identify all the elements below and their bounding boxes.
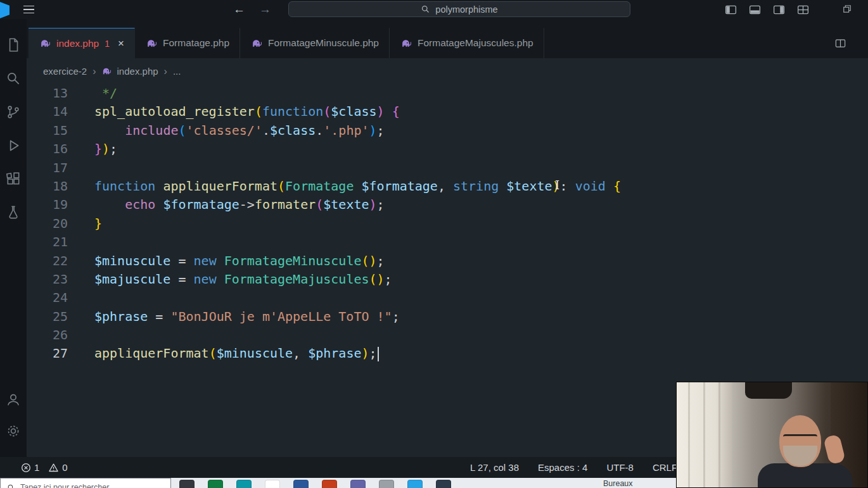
line-number: 22 [27,252,68,270]
settings-gear-icon[interactable] [5,423,22,439]
taskbar-app-icon[interactable] [322,480,337,488]
tab-formatagemajuscules-php[interactable]: FormatageMajuscules.php [390,28,544,58]
php-file-icon [401,38,412,49]
taskbar-icons [179,480,451,488]
warning-icon [48,463,59,473]
webcam-overlay[interactable] [676,382,868,488]
breadcrumb-folder[interactable]: exercice-2 [43,66,87,77]
toggle-panel-icon[interactable] [748,3,762,16]
taskbar-app-icon[interactable] [436,480,451,488]
line-number: 23 [27,270,68,289]
taskbar-app-icon[interactable] [293,480,309,488]
webcam-blind [688,382,690,488]
code-line[interactable]: 25$phrase = "BonJOuR je m'AppeLLe ToTO !… [27,308,868,326]
toggle-sidebar-icon[interactable] [724,3,737,16]
search-value: polymorphisme [435,4,497,15]
breadcrumb: exercice-2 › index.php › ... [27,58,868,84]
line-number: 19 [27,196,68,214]
code-line[interactable]: 22$minuscule = new FormatageMinuscule(); [27,252,868,270]
vscode-window: ← → polymorphisme [0,0,868,488]
command-center-search[interactable]: polymorphisme [288,1,630,17]
warning-count: 0 [62,462,67,473]
chevron-right-icon: › [93,66,96,77]
code-line[interactable]: 13 */ [27,84,868,103]
line-number: 20 [27,215,68,233]
tab-label: FormatageMajuscules.php [418,37,533,49]
cursor-position[interactable]: L 27, col 38 [470,462,519,473]
taskbar-app-icon[interactable] [236,480,252,488]
tab-formatage-php[interactable]: Formatage.php [135,28,240,58]
eol-setting[interactable]: CRLF [653,462,677,473]
webcam-mic-arm [745,382,792,399]
code-line[interactable]: 16}); [27,140,868,158]
webcam-blind [718,382,720,488]
window-restore-icon[interactable] [843,4,852,13]
tab-label: index.php [56,38,99,49]
line-number: 13 [27,84,68,103]
tab-label: FormatageMinuscule.php [268,37,379,49]
line-number: 26 [27,326,68,344]
search-icon [7,484,15,488]
encoding-setting[interactable]: UTF-8 [606,462,634,473]
taskbar-app-icon[interactable] [208,480,223,488]
forward-arrow-icon[interactable]: → [259,3,271,16]
close-icon[interactable]: × [118,38,124,49]
search-icon[interactable] [5,70,22,87]
indentation-setting[interactable]: Espaces : 4 [538,462,587,473]
code-line[interactable]: 21 [27,233,868,251]
extensions-icon[interactable] [5,171,22,187]
code-line[interactable]: 17 [27,159,868,177]
code-line[interactable]: 23$majuscule = new FormatageMajuscules()… [27,270,868,289]
code-line[interactable]: 18function appliquerFormat(Formatage $fo… [27,177,868,196]
line-number: 17 [27,159,68,177]
toggle-secondary-sidebar-icon[interactable] [772,3,786,16]
customize-layout-icon[interactable] [796,3,810,16]
tab-index-php[interactable]: index.php 1 × [29,28,135,58]
code-line[interactable]: 20} [27,215,868,233]
code-line[interactable]: 27appliquerFormat($minuscule, $phrase); [27,344,868,363]
taskbar-app-icon[interactable] [407,480,423,488]
taskbar-app-icon[interactable] [265,480,280,488]
line-number: 16 [27,140,68,158]
taskbar-app-icon[interactable] [179,480,195,488]
php-file-icon [102,66,112,76]
php-file-icon [252,38,262,49]
run-debug-icon[interactable] [5,137,22,154]
line-number: 18 [27,177,68,196]
tab-bar: index.php 1 × Formatage.php FormatageMin… [27,19,868,58]
tab-label: Formatage.php [163,37,229,49]
back-arrow-icon[interactable]: ← [233,3,245,16]
title-bar: ← → polymorphisme [0,0,868,19]
split-editor-icon[interactable] [834,37,846,49]
code-line[interactable]: 14spl_autoload_register(function($class)… [27,103,868,121]
line-number: 14 [27,103,68,121]
tab-problem-badge: 1 [105,39,110,49]
line-number: 15 [27,122,68,140]
code-lines: 13 */14spl_autoload_register(function($c… [27,84,868,363]
breadcrumb-more[interactable]: ... [173,66,181,77]
php-file-icon [40,38,51,49]
problems-indicator[interactable]: 1 0 [0,462,73,473]
account-icon[interactable] [5,391,22,408]
testing-icon[interactable] [5,204,22,221]
vscode-logo [0,2,10,18]
windows-search-box[interactable]: Tapez ici pour rechercher [0,478,171,488]
explorer-icon[interactable] [5,37,22,53]
source-control-icon[interactable] [5,104,22,120]
menu-icon[interactable] [23,6,34,14]
error-icon [21,463,31,473]
code-line[interactable]: 19 echo $formatage->formater($texte); [27,196,868,214]
windows-search-placeholder: Tapez ici pour rechercher [20,483,109,488]
code-line[interactable]: 26 [27,326,868,344]
webcam-person-glasses [783,434,817,441]
webcam-person-shoulders [758,463,853,488]
tab-formatageminuscule-php[interactable]: FormatageMinuscule.php [240,28,390,58]
line-number: 27 [27,344,68,363]
desktops-button[interactable]: Bureaux [603,479,633,488]
code-line[interactable]: 24 [27,289,868,307]
code-line[interactable]: 15 include('classes/'.$class.'.php'); [27,122,868,140]
line-number: 21 [27,233,68,251]
taskbar-app-icon[interactable] [379,480,394,488]
breadcrumb-file[interactable]: index.php [117,66,158,77]
taskbar-app-icon[interactable] [350,480,366,488]
